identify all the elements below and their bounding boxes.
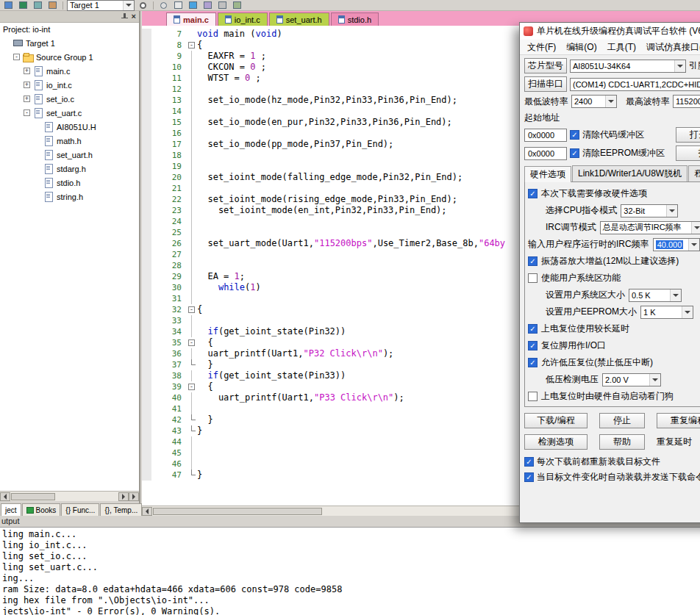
chip-model-button[interactable]: 芯片型号 bbox=[524, 58, 567, 73]
serial-port-select[interactable]: (COM14) CDC1-UART1,2CDC+HID bbox=[570, 78, 700, 91]
tree-item[interactable]: +set_io.c bbox=[0, 92, 139, 106]
modify-hardware-checkbox[interactable] bbox=[528, 189, 538, 198]
lvd-voltage-select[interactable]: 2.00 V bbox=[602, 373, 661, 386]
reload-target-checkbox[interactable] bbox=[524, 457, 534, 467]
fold-line bbox=[191, 128, 192, 139]
target-select[interactable]: Target 1 bbox=[67, 0, 135, 11]
tree-item[interactable]: -set_uart.c bbox=[0, 106, 139, 120]
tree-item[interactable]: stdarg.h bbox=[0, 162, 139, 176]
code-start-address-input[interactable]: 0x0000 bbox=[524, 129, 567, 142]
pin-icon[interactable] bbox=[121, 12, 129, 21]
tree-item[interactable]: math.h bbox=[0, 134, 139, 148]
long-reset-delay-checkbox[interactable] bbox=[528, 324, 538, 334]
funnel-icon[interactable] bbox=[46, 1, 59, 10]
auto-download-checkbox[interactable] bbox=[524, 472, 534, 482]
watchdog-checkbox[interactable] bbox=[528, 392, 538, 401]
bookmark-margin bbox=[142, 227, 151, 238]
cpu-mode-label: 选择CPU指令模式 bbox=[546, 204, 617, 217]
notebook-icon[interactable] bbox=[32, 1, 44, 10]
expander-icon[interactable]: + bbox=[24, 82, 30, 88]
menu-item[interactable]: 编辑(O) bbox=[562, 40, 601, 54]
target-options-icon[interactable] bbox=[137, 1, 149, 10]
flag-icon[interactable] bbox=[2, 1, 15, 10]
clear-eeprom-buffer-checkbox[interactable] bbox=[570, 148, 579, 158]
tree-item[interactable]: +main.c bbox=[0, 64, 139, 78]
dialog-titlebar[interactable]: 单片机在线升级编程仿真调试平台软件 (V6.9 bbox=[520, 23, 700, 40]
reset-pin-io-checkbox[interactable] bbox=[528, 341, 538, 350]
chip-select[interactable]: AI8051U-34K64 bbox=[570, 60, 686, 73]
download-button[interactable]: 下载/编程 bbox=[524, 413, 588, 428]
check-options-button[interactable]: 检测选项 bbox=[524, 434, 588, 450]
tab-stdio-h[interactable]: stdio.h bbox=[331, 12, 379, 26]
system-area-size-select[interactable]: 0.5 K bbox=[629, 289, 682, 302]
options-icon[interactable] bbox=[216, 1, 229, 10]
tree-item[interactable]: stdio.h bbox=[0, 176, 139, 190]
tab-hardware-1[interactable]: Link1D/Writer1A/U8W脱机 bbox=[572, 165, 688, 181]
file-icon bbox=[225, 15, 232, 24]
open-program-file-button[interactable]: 打开程序文件 bbox=[676, 127, 700, 143]
fold-collapse-icon[interactable]: - bbox=[188, 339, 195, 346]
tree-item[interactable]: set_uart.h bbox=[0, 148, 139, 162]
irc-frequency-select[interactable]: 40.000 bbox=[653, 238, 700, 251]
build-output[interactable]: ling main.c...ling io_int.c...ling set_i… bbox=[0, 527, 700, 615]
window-split-icon[interactable] bbox=[172, 1, 185, 10]
bookmark-margin bbox=[142, 260, 151, 271]
book-icon[interactable] bbox=[17, 1, 29, 10]
low-voltage-reset-checkbox[interactable] bbox=[528, 358, 538, 367]
magnifier-icon[interactable] bbox=[157, 1, 170, 10]
line-number: 19 bbox=[151, 161, 187, 172]
tab-main-c[interactable]: main.c bbox=[166, 12, 216, 26]
panel-expand-arrow[interactable] bbox=[129, 492, 139, 501]
stop-button[interactable]: 停止 bbox=[599, 413, 645, 428]
menu-item[interactable]: 文件(F) bbox=[523, 40, 560, 54]
expander-icon[interactable]: + bbox=[24, 68, 30, 74]
scan-port-button[interactable]: 扫描串口 bbox=[524, 76, 567, 92]
expander-icon[interactable]: - bbox=[13, 54, 20, 60]
cpu-mode-select[interactable]: 32-Bit bbox=[621, 204, 678, 217]
user-system-area-checkbox[interactable] bbox=[528, 273, 538, 283]
panel-tab[interactable]: {} Func... bbox=[61, 503, 99, 516]
clear-code-buffer-checkbox[interactable] bbox=[570, 130, 579, 140]
max-baud-select[interactable]: 115200 bbox=[673, 95, 700, 108]
bookmark-margin bbox=[142, 359, 151, 370]
fold-collapse-icon[interactable]: - bbox=[188, 306, 195, 313]
tree-item[interactable]: Target 1 bbox=[0, 36, 139, 50]
menu-item[interactable]: 工具(T) bbox=[603, 40, 640, 54]
auto-download-label: 当目标文件变化时自动装载并发送下载命令 bbox=[537, 471, 700, 483]
panel-tab[interactable]: {}, Temp... bbox=[100, 503, 142, 516]
tree-item[interactable]: AI8051U.H bbox=[0, 120, 139, 134]
tree-item[interactable]: string.h bbox=[0, 190, 139, 204]
min-baud-select[interactable]: 2400 bbox=[571, 95, 617, 108]
eeprom-size-select[interactable]: 1 K bbox=[640, 306, 693, 319]
irc-mode-select[interactable]: 总是动态调节IRC频率 bbox=[600, 221, 700, 234]
panel-tab[interactable]: Books bbox=[22, 503, 61, 516]
fold-collapse-icon[interactable]: - bbox=[188, 384, 195, 390]
tab-set_uart-h[interactable]: set_uart.h bbox=[269, 12, 329, 26]
repeat-program-button[interactable]: 重复编程 bbox=[657, 413, 700, 428]
scroll-right-arrow[interactable] bbox=[118, 492, 129, 501]
component-icon[interactable] bbox=[201, 1, 214, 10]
grid-icon[interactable] bbox=[231, 1, 243, 10]
expander-icon[interactable]: - bbox=[24, 109, 30, 116]
eeprom-start-address-input[interactable]: 0x0000 bbox=[524, 147, 567, 160]
oscillator-gain-checkbox[interactable] bbox=[528, 256, 538, 266]
panel-tab[interactable]: ject bbox=[1, 503, 21, 516]
menu-item[interactable]: 调试仿真接口(G) bbox=[642, 40, 700, 54]
tab-hardware-0[interactable]: 硬件选项 bbox=[524, 166, 571, 182]
scrollbar-thumb[interactable] bbox=[153, 508, 322, 515]
bookmark-icon[interactable] bbox=[187, 1, 199, 10]
tab-io_int-c[interactable]: io_int.c bbox=[218, 12, 268, 26]
project-hscrollbar[interactable] bbox=[0, 491, 139, 501]
output-line: ling main.c... bbox=[2, 529, 700, 540]
close-icon[interactable]: × bbox=[132, 12, 136, 21]
scroll-left-arrow[interactable] bbox=[0, 492, 10, 501]
expander-icon[interactable]: + bbox=[24, 96, 30, 102]
help-button[interactable]: 帮助 bbox=[599, 434, 645, 450]
tree-item[interactable]: +io_int.c bbox=[0, 78, 139, 92]
tree-item[interactable]: -Source Group 1 bbox=[0, 50, 139, 64]
scroll-left-arrow[interactable] bbox=[142, 507, 152, 516]
scrollbar-thumb[interactable] bbox=[11, 493, 55, 500]
open-eeprom-file-button[interactable]: 打开文件 bbox=[676, 145, 700, 161]
fold-collapse-icon[interactable]: - bbox=[188, 42, 195, 48]
tab-hardware-2[interactable]: 程序加密 bbox=[688, 165, 700, 181]
